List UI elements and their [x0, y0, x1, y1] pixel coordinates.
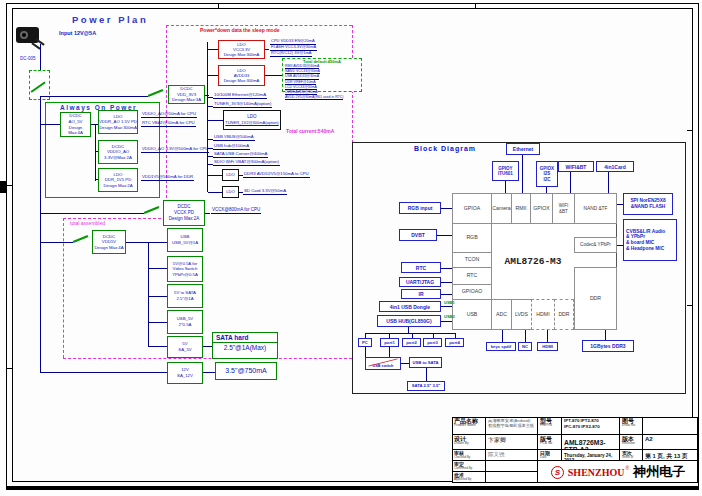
vcck-regulator: DCDC VCCK PD Design Max:2A	[163, 200, 205, 226]
soc-cell-gpiox: GPIOX	[530, 193, 553, 224]
load-label: SDIO WiFi VBAT@300mA(option)	[213, 159, 280, 166]
wire-v	[40, 44, 41, 70]
revision-label: 版本 Revision	[620, 435, 643, 450]
sa-5v-feed: 5V SA_5V	[167, 336, 203, 358]
wire-v	[505, 181, 506, 193]
zone-tick	[475, 3, 476, 8]
sd-ldo-box: LDO	[222, 186, 239, 198]
wire-h	[441, 268, 452, 269]
4in1card-box: 4in1Card	[596, 161, 634, 172]
approved-by-label: 批准 Approved By	[452, 472, 486, 483]
soc-cell-rtc: RTC	[452, 267, 492, 285]
label-en: Draw No	[622, 424, 640, 428]
vddio-ao-regulator: DCDC VDDIO_AO 3.3V@Max 2A	[98, 140, 138, 164]
sleep-boundary	[166, 25, 352, 26]
checked-by-label: 审核 Checked By	[452, 450, 486, 461]
sa-12v-feed: 12V SA_12V	[167, 362, 203, 384]
label-en: Sheet of	[622, 456, 640, 459]
wire-h	[208, 75, 218, 76]
wire-h	[148, 296, 167, 297]
model-label: 型号 Pro P/N	[538, 417, 562, 435]
soc-part-number: AML8726-M3	[492, 256, 574, 267]
wire-h	[265, 49, 269, 50]
usb-to-sata-box: USB to SATA	[409, 357, 442, 368]
wire-v	[502, 330, 503, 342]
zone-tick	[218, 3, 219, 8]
text-line: 2*0.5A	[168, 322, 202, 328]
sheet-value: 第 1 页, 共 13 页	[643, 450, 698, 461]
logo-s-icon: S	[551, 466, 564, 479]
text-line: Design Max:2A	[99, 183, 137, 189]
text-line: SA_12V	[168, 373, 202, 379]
text-line: USB_5V@1A	[168, 240, 202, 246]
vdd5v-regulator: DCDC VDD5V Design Max:4A	[92, 230, 126, 254]
rail-output-label: RTC(R/C12) 3V@1mA	[270, 51, 312, 57]
wire-h	[41, 213, 144, 214]
power-input-label: Input 12V@5A	[59, 30, 96, 36]
sata-5v-load: 5V to SATA 2.5"@1A	[167, 284, 203, 308]
rail-output-label: DDR3 AVDD2V5@150mA to CPU	[243, 171, 310, 178]
label-en: Product Name	[454, 424, 483, 428]
soc-cell-lvds: LVDS	[511, 299, 532, 330]
wire-h	[441, 208, 452, 209]
text-line: 2.5"@1A	[168, 296, 202, 302]
wire-h	[41, 372, 167, 373]
sleep-boundary	[63, 218, 166, 219]
wire-v	[95, 124, 96, 181]
dvbt-box: DVBT	[399, 229, 437, 241]
text-line: ITU601	[498, 171, 513, 176]
soc-cell-adc: ADC	[491, 299, 512, 330]
usb-dongle-box: 4in1 USB Dongle	[379, 301, 441, 312]
wire-h	[441, 294, 452, 295]
label-en: PCB No	[540, 442, 559, 446]
wire-h	[203, 346, 212, 347]
label-en: Drawn By	[454, 442, 483, 446]
port2-box: port2	[402, 338, 421, 347]
wire-h	[441, 321, 452, 322]
gpiox-i2s-i2c-box: GPIOX I2S I2C	[536, 161, 558, 187]
text-line: LDO	[223, 172, 238, 177]
nc-box: NC	[518, 342, 532, 351]
wire-h	[205, 213, 210, 214]
main-12v-bus	[40, 96, 41, 373]
rail-output-label: VDDIO_AO@50mA for CPU	[141, 111, 197, 118]
usb-5v-ports-load: USB_5V 2*0.5A	[167, 310, 203, 334]
usb-5v-load: USB USB_5V@1A	[167, 228, 203, 252]
label-en: Confirmed By	[454, 467, 483, 470]
load-label: SATA USB Conver@400mA	[213, 151, 268, 158]
text-line: 有线数字电视机顶盒主板	[488, 423, 535, 428]
text-line: Design Max:2A	[164, 216, 204, 222]
wire-h	[41, 242, 73, 243]
sleep-note: Power*down data the sleep mode	[200, 27, 279, 33]
ao5v-regulator: DCDC AO_5V Design Max:4A	[60, 112, 91, 137]
power-plan-title: Power Plan	[72, 14, 148, 25]
soc-cell-rmii: RMII	[511, 193, 531, 224]
rtc-box: RTC	[401, 262, 441, 273]
wire-v	[570, 172, 571, 193]
rail-output-label: VCCK@800mA for CPU	[211, 207, 261, 214]
text-line: Design Max:300mA	[219, 78, 264, 83]
text-line: 2.5"@1A(Max)	[213, 343, 277, 351]
soc-cell-usb: USB	[452, 299, 492, 330]
ddr-1v5-ldo: LDO DDR_1V5 PD Design Max:2A	[98, 168, 138, 192]
wifi-bt-box: WIFI&BT	[558, 161, 594, 172]
usb-hub-box: USB HUB(GL850G)	[377, 315, 441, 327]
text-line: TUNER_1V2@300mA(option)	[224, 120, 280, 125]
sleep-boundary	[63, 358, 352, 359]
text-line: 3.5"@750mA	[216, 366, 276, 375]
ddr3-box: 1GBytes DDR3	[582, 340, 634, 352]
vdd33-regulator: DCDC VDD_3V3 Design Max:3A	[168, 85, 205, 104]
wire-h	[126, 242, 167, 243]
approved-by-value	[486, 472, 538, 483]
wire-v	[525, 330, 526, 342]
revision-value: A2	[643, 435, 698, 450]
uart-jtag-box: UART/JTAG	[399, 277, 441, 287]
wire-h	[208, 175, 222, 176]
vddr-ao-ldo: LDO VDDR_AO 1.5V PD Design Max:300mA	[98, 110, 138, 134]
usb2-net-label: USB2	[444, 314, 455, 319]
text-line: Design Max:300mA	[99, 125, 137, 131]
wire-v	[426, 368, 427, 381]
text-line: LDO	[223, 189, 238, 194]
drawn-by-label: 设计 Drawn By	[452, 435, 486, 450]
soc-cell-ddr-small: DDR	[554, 299, 574, 330]
